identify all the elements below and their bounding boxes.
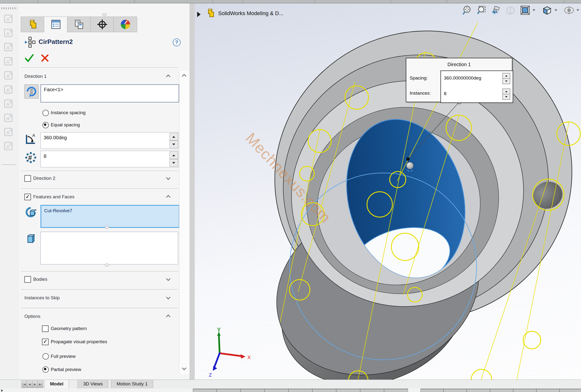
- nav-next-button[interactable]: ▶: [32, 381, 38, 388]
- svg-text:A: A: [6, 31, 10, 36]
- scroll-down-icon[interactable]: [182, 366, 186, 371]
- features-faces-checkbox[interactable]: [24, 194, 31, 200]
- annotation-chain-icon[interactable]: A: [3, 112, 15, 123]
- annotation-target-icon[interactable]: A: [3, 126, 15, 138]
- taskbar-cell[interactable]: [467, 389, 490, 392]
- toolbar-strip-divider: [315, 0, 315, 3]
- zoom-to-fit-button[interactable]: [461, 5, 472, 15]
- taskbar-cell[interactable]: [264, 389, 288, 392]
- tab-model[interactable]: Model: [44, 380, 69, 389]
- graphics-viewport[interactable]: Mechnexus.com X Z: [195, 3, 581, 380]
- instance-count-spinner[interactable]: [170, 151, 178, 167]
- display-style-dropdown-icon[interactable]: [554, 9, 557, 11]
- partial-preview-radio[interactable]: [42, 366, 49, 373]
- taskbar-cell[interactable]: [193, 389, 217, 392]
- previous-view-button[interactable]: [490, 5, 501, 15]
- annotation-view-icon[interactable]: A: [3, 140, 15, 152]
- flyout-expand-icon[interactable]: [197, 12, 200, 17]
- tab-motion-study[interactable]: Motion Study 1: [111, 380, 153, 389]
- collapse-features-faces-icon[interactable]: [166, 195, 170, 199]
- hide-show-dropdown-icon[interactable]: [576, 9, 579, 11]
- expand-bodies-icon[interactable]: [166, 277, 170, 281]
- tab-dimxpert-manager[interactable]: [90, 16, 114, 32]
- angle-spinner[interactable]: [170, 133, 178, 148]
- direction2-checkbox[interactable]: [24, 175, 31, 182]
- callout-instances-value[interactable]: 8: [444, 91, 446, 96]
- taskbar-cell[interactable]: [560, 389, 581, 392]
- panel-scrollbar[interactable]: [179, 71, 190, 374]
- tab-display-manager[interactable]: [114, 16, 137, 32]
- pattern-instance-circle[interactable]: [523, 331, 541, 349]
- geometry-pattern-checkbox[interactable]: [42, 325, 48, 332]
- list-resize-handle[interactable]: [105, 226, 109, 229]
- nav-last-button[interactable]: ▶|: [38, 381, 43, 388]
- instance-spacing-radio[interactable]: [42, 110, 49, 116]
- tab-featuremanager-tree[interactable]: [21, 16, 44, 32]
- cancel-button[interactable]: [40, 54, 49, 62]
- annotation-move-icon[interactable]: A: [3, 41, 15, 53]
- circular-pattern-icon: [24, 36, 36, 48]
- panel-resize-handle[interactable]: [102, 13, 107, 16]
- full-preview-radio[interactable]: [42, 353, 49, 360]
- display-style-button[interactable]: [542, 5, 552, 15]
- equal-spacing-radio[interactable]: [42, 122, 49, 128]
- pattern-axis-field[interactable]: Face<1>: [40, 84, 179, 102]
- taskbar-cell[interactable]: [288, 389, 312, 392]
- annotation-edit-icon[interactable]: A: [3, 27, 15, 38]
- pattern-axis-button[interactable]: [24, 84, 38, 98]
- callout-instances-spinner[interactable]: [502, 88, 510, 100]
- expand-direction2-icon[interactable]: [166, 176, 170, 180]
- taskbar-cell[interactable]: [360, 389, 384, 392]
- feature-item[interactable]: Cut-Revolve7: [44, 208, 72, 213]
- document-title[interactable]: SolidWorks Modeling & D...: [218, 10, 283, 16]
- bodies-checkbox[interactable]: [24, 276, 31, 283]
- collapse-options-icon[interactable]: [166, 314, 170, 318]
- tab-3d-views[interactable]: 3D Views: [78, 380, 108, 389]
- annotation-new-icon[interactable]: A: [3, 13, 15, 24]
- nav-prev-button[interactable]: ◀: [27, 381, 32, 388]
- help-button[interactable]: ?: [173, 38, 180, 46]
- instance-count-field[interactable]: 8: [40, 151, 178, 167]
- ok-button[interactable]: [24, 53, 34, 63]
- annotation-stamp-icon[interactable]: A: [3, 98, 15, 109]
- expand-instances-to-skip-icon[interactable]: [166, 296, 170, 300]
- faces-to-pattern-list[interactable]: [40, 232, 178, 264]
- taskbar-cell[interactable]: [444, 389, 467, 392]
- taskbar-cell[interactable]: [490, 389, 513, 392]
- propagate-visual-properties-checkbox[interactable]: [42, 339, 48, 345]
- taskbar-cell[interactable]: [513, 389, 536, 392]
- annotation-group-icon[interactable]: A: [3, 70, 15, 81]
- section-view-icon: [505, 5, 516, 15]
- view-orientation-button[interactable]: [520, 5, 530, 15]
- view-orientation-dropdown-icon[interactable]: [532, 9, 535, 11]
- tab-propertymanager[interactable]: [44, 16, 68, 32]
- taskbar-cell[interactable]: [312, 389, 336, 392]
- callout-spacing-value[interactable]: 360.00000000deg: [444, 75, 481, 81]
- drag-handle-icon[interactable]: [406, 162, 413, 169]
- taskbar-cell[interactable]: [336, 389, 360, 392]
- taskbar-cell[interactable]: [240, 389, 264, 392]
- nav-first-button[interactable]: |◀: [22, 381, 27, 388]
- taskbar-cell[interactable]: [217, 389, 240, 392]
- taskbar-cell[interactable]: [384, 389, 408, 392]
- taskbar-cell[interactable]: [536, 389, 560, 392]
- panel-splitter[interactable]: [190, 3, 195, 380]
- part-icon: [206, 8, 216, 18]
- features-to-pattern-list[interactable]: Cut-Revolve7: [40, 205, 180, 228]
- tab-configuration-manager[interactable]: [67, 16, 91, 32]
- taskbar-cell[interactable]: [420, 389, 444, 392]
- callout-spacing-spinner[interactable]: [502, 73, 510, 84]
- partial-preview-label: Partial preview: [51, 367, 81, 372]
- hide-show-items-button[interactable]: [564, 5, 574, 15]
- model-canvas[interactable]: Mechnexus.com X Z: [195, 3, 581, 380]
- scroll-up-icon[interactable]: [182, 74, 186, 78]
- list-resize-handle[interactable]: [105, 263, 109, 266]
- annotation-add-icon[interactable]: A: [3, 56, 15, 67]
- annotation-save-icon[interactable]: A: [3, 84, 15, 95]
- section-view-button[interactable]: [505, 5, 516, 15]
- collapse-direction1-icon[interactable]: [166, 74, 170, 78]
- svg-text:A: A: [6, 144, 10, 150]
- angle-field[interactable]: 360.00deg: [40, 132, 178, 149]
- svg-text:#: #: [28, 154, 32, 161]
- zoom-to-area-button[interactable]: [476, 5, 486, 15]
